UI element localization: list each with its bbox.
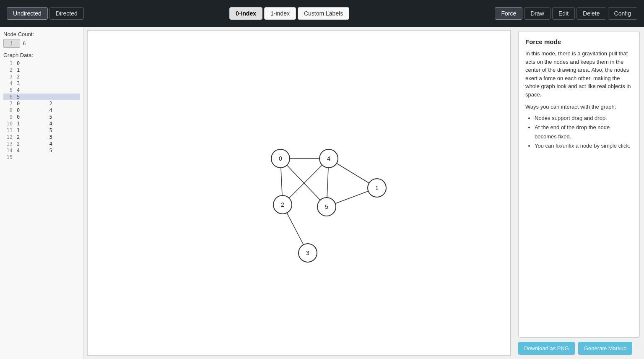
mode-buttons: Force Draw Edit Delete Config [495,7,637,20]
download-png-button[interactable]: Download as PNG [518,342,575,355]
bullet-list: Nodes support drag and drop. At the end … [525,114,633,151]
table-row: 1445 [3,147,80,154]
table-row: 10 [3,60,80,67]
navbar: Undirected Directed 0-index 1-index Cust… [0,0,644,27]
table-row: 43 [3,80,80,87]
interact-title: Ways you can interact with the graph: [525,103,633,111]
table-row: 21 [3,67,80,73]
btn-config[interactable]: Config [608,7,637,20]
table-row: 32 [3,73,80,80]
btn-0index[interactable]: 0-index [229,7,262,20]
table-row: 702 [3,100,80,107]
node-label: 5 [325,203,328,210]
table-row: 15 [3,154,80,161]
graph-data-table: 1021324354657028049051014111512231324144… [3,60,80,161]
generate-markup-button[interactable]: Generate Markup [578,342,632,355]
btn-force[interactable]: Force [495,7,522,20]
table-row: 65 [3,94,80,100]
table-row: 1115 [3,127,80,134]
graph-node[interactable]: 5 [317,198,336,216]
bullet-item-1: At the end of the drop the node becomes … [535,123,633,141]
btn-directed[interactable]: Directed [49,7,84,20]
table-row: 1014 [3,120,80,127]
node-count-input-row: 6 [3,39,80,48]
action-buttons: Download as PNG Generate Markup [518,342,640,355]
left-panel: Node Count: 6 Graph Data: 10213243546570… [0,27,84,359]
node-count-label: Node Count: [3,31,80,37]
node-label: 2 [281,201,284,208]
node-label: 0 [279,155,282,162]
graph-node[interactable]: 3 [299,244,317,262]
btn-1index[interactable]: 1-index [264,7,296,20]
node-count-input[interactable] [3,39,20,48]
bullet-item-2: You can fix/unfix a node by simple click… [535,141,633,151]
node-label: 4 [327,155,330,162]
table-row: 905 [3,114,80,120]
graph-data-label: Graph Data: [3,52,80,58]
btn-custom-labels[interactable]: Custom Labels [298,7,349,20]
btn-undirected[interactable]: Undirected [7,7,48,20]
node-label: 3 [306,250,309,256]
btn-delete[interactable]: Delete [576,7,606,20]
graph-node[interactable]: 4 [319,149,338,168]
edge-line [283,159,329,205]
btn-edit[interactable]: Edit [552,7,575,20]
info-title: Force mode [525,38,633,45]
node-count-section: Node Count: 6 [3,31,80,48]
graph-data-section: Graph Data: 1021324354657028049051014111… [3,52,80,161]
info-box: Force mode In this mode, there is a grav… [518,31,640,338]
graph-svg[interactable]: 012345 [88,31,510,355]
table-row: 1324 [3,140,80,147]
main-layout: Node Count: 6 Graph Data: 10213243546570… [0,27,644,359]
right-panel: Force mode In this mode, there is a grav… [514,27,644,359]
graph-type-buttons: Undirected Directed [7,7,84,20]
btn-draw[interactable]: Draw [524,7,551,20]
bullet-item-0: Nodes support drag and drop. [535,114,633,123]
table-row: 54 [3,87,80,94]
table-row: 1223 [3,134,80,140]
info-description: In this mode, there is a gravitation pul… [525,49,633,99]
graph-node[interactable]: 1 [368,179,386,197]
node-label: 1 [375,185,379,191]
index-buttons: 0-index 1-index Custom Labels [229,7,349,20]
node-count-value: 6 [23,40,26,47]
canvas-area[interactable]: 012345 [87,30,511,356]
graph-node[interactable]: 2 [273,195,292,214]
table-row: 804 [3,107,80,114]
graph-node[interactable]: 0 [271,149,290,168]
